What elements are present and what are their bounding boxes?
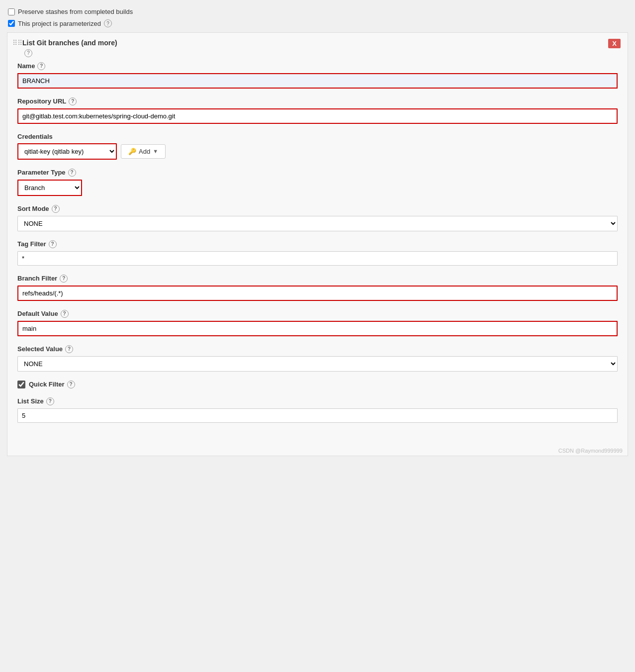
watermark: CSDN @Raymond999999 <box>7 446 628 456</box>
parameterized-help-icon[interactable]: ? <box>104 19 112 27</box>
list-size-input[interactable] <box>17 408 618 423</box>
tag-filter-label: Tag Filter ? <box>17 240 618 248</box>
chevron-down-icon: ▼ <box>153 148 158 154</box>
name-label: Name ? <box>17 62 618 70</box>
add-credentials-button[interactable]: 🔑 Add ▼ <box>121 144 166 159</box>
branch-filter-field-group: Branch Filter ? <box>17 275 618 301</box>
main-panel: ⠿⠿ List Git branches (and more) ? X Name… <box>7 32 628 456</box>
quick-filter-label: Quick Filter ? <box>29 381 75 388</box>
list-size-label: List Size ? <box>17 397 618 405</box>
branch-filter-input[interactable] <box>17 286 618 301</box>
repo-url-field-group: Repository URL ? <box>17 97 618 124</box>
list-size-field-group: List Size ? <box>17 397 618 423</box>
parameterized-label: This project is parameterized <box>18 20 101 27</box>
panel-header: ⠿⠿ List Git branches (and more) ? X <box>7 33 628 57</box>
repo-url-input[interactable] <box>17 108 618 124</box>
repo-url-help-icon[interactable]: ? <box>69 97 77 105</box>
key-icon: 🔑 <box>128 148 136 155</box>
parameter-type-label: Parameter Type ? <box>17 169 618 177</box>
panel-title-area: ⠿⠿ List Git branches (and more) ? <box>12 39 117 57</box>
quick-filter-help-icon[interactable]: ? <box>67 381 75 388</box>
drag-handle-icon[interactable]: ⠿⠿ <box>12 39 17 47</box>
quick-filter-row: Quick Filter ? <box>17 381 618 388</box>
branch-filter-label: Branch Filter ? <box>17 275 618 283</box>
credentials-label: Credentials <box>17 133 618 140</box>
preserve-stashes-checkbox[interactable] <box>8 8 15 15</box>
name-help-icon[interactable]: ? <box>37 62 45 70</box>
name-input[interactable] <box>17 73 618 89</box>
preserve-stashes-label: Preserve stashes from completed builds <box>18 8 133 15</box>
branch-filter-help-icon[interactable]: ? <box>60 275 68 283</box>
parameterized-checkbox[interactable] <box>8 20 15 27</box>
sort-mode-field-group: Sort Mode ? NONE ASCENDING DESCENDING AS… <box>17 205 618 231</box>
selected-value-select[interactable]: NONE TOP DEFAULT <box>17 356 618 372</box>
panel-content: Name ? Repository URL ? Credentials <box>7 57 628 442</box>
credentials-select[interactable]: qitlat-key (qitlab key) <box>17 143 117 160</box>
page-container: Preserve stashes from completed builds T… <box>0 0 635 672</box>
list-size-help-icon[interactable]: ? <box>46 397 54 405</box>
name-field-group: Name ? <box>17 62 618 89</box>
sort-mode-help-icon[interactable]: ? <box>52 205 60 213</box>
panel-title: List Git branches (and more) <box>22 39 117 47</box>
close-panel-button[interactable]: X <box>608 39 621 48</box>
tag-filter-field-group: Tag Filter ? <box>17 240 618 266</box>
quick-filter-checkbox[interactable] <box>17 381 25 388</box>
add-btn-label: Add <box>139 148 150 155</box>
tag-filter-input[interactable] <box>17 251 618 266</box>
parameterized-row: This project is parameterized ? <box>8 18 627 28</box>
sort-mode-label: Sort Mode ? <box>17 205 618 213</box>
default-value-input[interactable] <box>17 321 618 336</box>
tag-filter-help-icon[interactable]: ? <box>49 240 57 248</box>
selected-value-help-icon[interactable]: ? <box>65 345 73 353</box>
panel-title-row: ⠿⠿ List Git branches (and more) <box>12 39 117 47</box>
credentials-field-group: Credentials qitlat-key (qitlab key) 🔑 Ad… <box>17 133 618 160</box>
default-value-help-icon[interactable]: ? <box>61 310 69 318</box>
quick-filter-field-group: Quick Filter ? <box>17 381 618 388</box>
default-value-field-group: Default Value ? <box>17 310 618 336</box>
panel-help-icon[interactable]: ? <box>24 49 32 57</box>
parameter-type-select[interactable]: Branch Tag Revision Branch or Tag <box>17 180 82 196</box>
selected-value-label: Selected Value ? <box>17 345 618 353</box>
sort-mode-select[interactable]: NONE ASCENDING DESCENDING ASCENDING_SMAR… <box>17 216 618 231</box>
selected-value-field-group: Selected Value ? NONE TOP DEFAULT <box>17 345 618 372</box>
default-value-label: Default Value ? <box>17 310 618 318</box>
credentials-row: qitlat-key (qitlab key) 🔑 Add ▼ <box>17 143 618 160</box>
preserve-stashes-row: Preserve stashes from completed builds <box>8 7 627 16</box>
parameter-type-field-group: Parameter Type ? Branch Tag Revision Bra… <box>17 169 618 196</box>
parameter-type-help-icon[interactable]: ? <box>68 169 76 177</box>
top-checkboxes-area: Preserve stashes from completed builds T… <box>0 5 635 32</box>
repo-url-label: Repository URL ? <box>17 97 618 105</box>
